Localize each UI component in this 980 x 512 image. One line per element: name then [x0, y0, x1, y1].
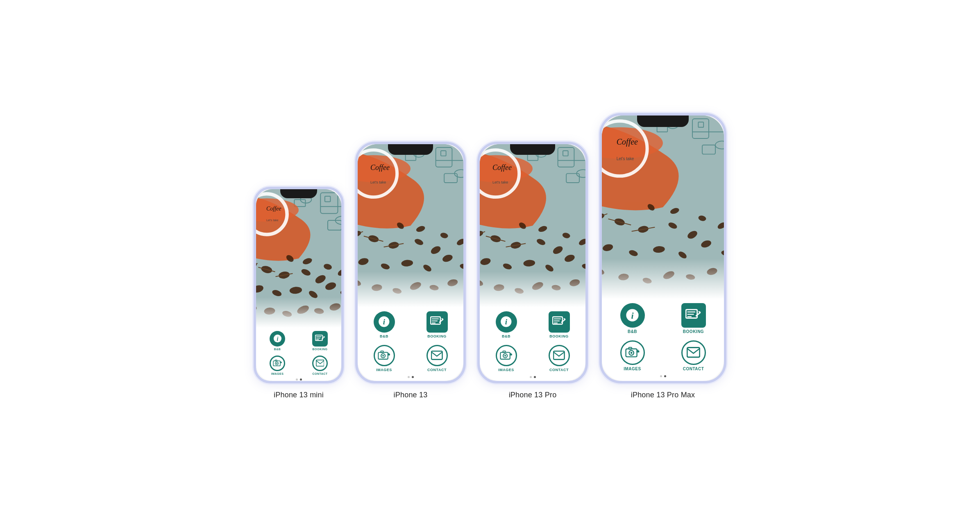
menu-item-booking[interactable]: BOOKING [533, 307, 585, 341]
phone-label-pro: iPhone 13 Pro [509, 391, 557, 399]
svg-rect-228 [602, 258, 724, 299]
contact-icon [426, 345, 448, 366]
dot-1 [534, 376, 536, 378]
phone-label-mini: iPhone 13 mini [274, 391, 324, 399]
camera-icon [496, 345, 517, 366]
menu-item-booking[interactable]: BOOKING [411, 307, 463, 341]
menu-label-b&b: B&B [380, 334, 388, 338]
phone-frame-promax: CoffeeLet's take i B&B BOOKING IMAGES [599, 113, 726, 383]
menu-item-contact[interactable]: CONTACT [299, 352, 341, 377]
phone-frame-mini: CoffeeLet's take i B&B BOOKING IMAGES [254, 187, 344, 383]
svg-rect-57 [275, 360, 277, 361]
menu-item-images[interactable]: IMAGES [358, 341, 411, 374]
menu-area: i B&B BOOKING IMAGES CONTACT [602, 299, 724, 381]
menu-label-booking: BOOKING [549, 334, 569, 338]
menu-item-booking[interactable]: BOOKING [663, 299, 724, 336]
camera-icon [270, 356, 285, 371]
phones-container: CoffeeLet's take i B&B BOOKING IMAGES [254, 113, 726, 399]
camera-icon [620, 340, 645, 365]
svg-line-235 [696, 313, 700, 316]
page-dots [408, 374, 414, 380]
menu-label-contact: CONTACT [427, 368, 447, 372]
phone-screen-13: CoffeeLet's take i B&B BOOKING IMAGES [358, 144, 463, 381]
menu-grid: i B&B BOOKING IMAGES CONTACT [602, 299, 724, 374]
svg-point-117 [382, 355, 384, 356]
menu-label-contact: CONTACT [549, 368, 569, 372]
menu-item-b&b[interactable]: i B&B [480, 307, 533, 341]
lets-take-text: Let's take [266, 219, 281, 222]
menu-item-booking[interactable]: BOOKING [299, 328, 341, 352]
menu-area: i B&B BOOKING IMAGES CONTACT [256, 328, 341, 381]
info-icon: i [496, 311, 517, 333]
booking-icon [549, 311, 570, 333]
svg-rect-167 [480, 271, 585, 307]
lets-take-text: Let's take [492, 180, 512, 184]
menu-label-contact: CONTACT [312, 372, 327, 375]
dot-0 [408, 376, 410, 378]
svg-rect-119 [388, 353, 390, 355]
phone-frame-pro: CoffeeLet's take i B&B BOOKING IMAGES [477, 142, 588, 383]
menu-item-b&b[interactable]: i B&B [256, 328, 299, 352]
coffee-title: Coffee [492, 163, 512, 172]
menu-item-images[interactable]: IMAGES [602, 336, 663, 374]
svg-line-236 [699, 311, 701, 312]
svg-rect-118 [381, 351, 383, 353]
coffee-image: CoffeeLet's take [256, 189, 341, 328]
lets-take-text: Let's take [617, 156, 638, 161]
menu-label-booking: BOOKING [683, 329, 704, 334]
svg-line-113 [439, 319, 443, 323]
svg-rect-58 [280, 362, 281, 363]
menu-label-images: IMAGES [624, 367, 641, 371]
menu-item-images[interactable]: IMAGES [480, 341, 533, 374]
coffee-text-overlay: CoffeeLet's take [370, 163, 390, 184]
dot-0 [660, 375, 662, 377]
menu-item-b&b[interactable]: i B&B [358, 307, 411, 341]
page-dots [660, 374, 666, 379]
notch [510, 144, 555, 155]
svg-line-175 [563, 319, 565, 319]
menu-item-images[interactable]: IMAGES [256, 352, 299, 377]
coffee-image: CoffeeLet's take [358, 144, 463, 307]
coffee-title: Coffee [617, 137, 638, 147]
svg-text:i: i [383, 318, 386, 326]
phone-wrapper-promax: CoffeeLet's take i B&B BOOKING IMAGES [599, 113, 726, 399]
svg-rect-179 [503, 351, 506, 353]
svg-rect-243 [687, 348, 700, 358]
menu-item-contact[interactable]: CONTACT [411, 341, 463, 374]
phone-wrapper-pro: CoffeeLet's take i B&B BOOKING IMAGES [477, 142, 588, 399]
menu-label-b&b: B&B [274, 348, 281, 351]
svg-text:i: i [505, 318, 508, 326]
svg-line-114 [441, 319, 443, 319]
menu-grid: i B&B BOOKING IMAGES CONTACT [256, 328, 341, 377]
info-icon: i [374, 311, 395, 333]
menu-label-b&b: B&B [628, 329, 637, 334]
menu-label-images: IMAGES [271, 372, 284, 375]
coffee-text-overlay: CoffeeLet's take [492, 163, 512, 184]
contact-icon [549, 345, 570, 366]
coffee-title: Coffee [370, 163, 390, 172]
menu-item-contact[interactable]: CONTACT [533, 341, 585, 374]
page-dots [530, 374, 536, 380]
svg-text:i: i [277, 336, 278, 342]
menu-label-contact: CONTACT [683, 367, 704, 371]
menu-grid: i B&B BOOKING IMAGES CONTACT [480, 307, 585, 374]
phone-screen-promax: CoffeeLet's take i B&B BOOKING IMAGES [602, 116, 724, 381]
page-dots [296, 377, 302, 381]
camera-icon [374, 345, 395, 366]
contact-icon [681, 340, 706, 365]
notch [388, 144, 433, 155]
coffee-text-overlay: CoffeeLet's take [266, 206, 281, 222]
menu-label-booking: BOOKING [427, 334, 447, 338]
svg-rect-180 [510, 353, 512, 355]
contact-icon [312, 356, 328, 371]
menu-item-contact[interactable]: CONTACT [663, 336, 724, 374]
dot-0 [296, 378, 298, 381]
menu-item-b&b[interactable]: i B&B [602, 299, 663, 336]
svg-line-52 [322, 337, 324, 339]
svg-rect-45 [256, 297, 341, 327]
phone-wrapper-13: CoffeeLet's take i B&B BOOKING IMAGES [355, 142, 466, 399]
coffee-image: CoffeeLet's take [602, 116, 724, 299]
info-icon: i [620, 303, 645, 328]
svg-rect-182 [554, 351, 565, 359]
phone-frame-13: CoffeeLet's take i B&B BOOKING IMAGES [355, 142, 466, 383]
